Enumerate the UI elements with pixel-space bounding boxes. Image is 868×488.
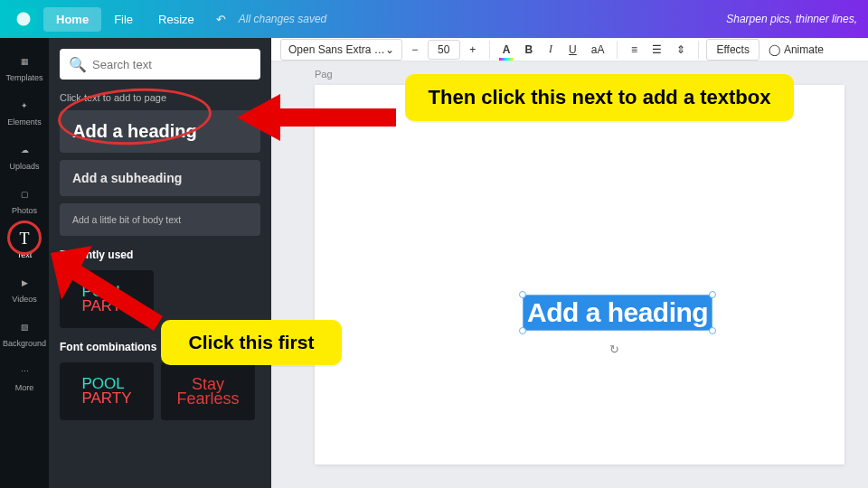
text-color-button[interactable]: A xyxy=(497,40,516,60)
background-icon: ▨ xyxy=(15,318,33,336)
annotation-callout: Click this first xyxy=(161,320,342,365)
search-input[interactable] xyxy=(92,58,251,71)
annotation-circle xyxy=(7,221,42,255)
save-status: All changes saved xyxy=(239,13,326,25)
font-combo-2[interactable]: StayFearless xyxy=(161,362,255,420)
resize-handle[interactable] xyxy=(519,327,526,334)
italic-button[interactable]: I xyxy=(542,39,560,60)
rotate-handle[interactable]: ↻ xyxy=(609,343,626,359)
animate-button[interactable]: ◯Animate xyxy=(763,40,829,60)
page-label: Pag xyxy=(315,69,333,80)
bold-button[interactable]: B xyxy=(519,40,538,60)
selected-textbox[interactable]: Add a heading ↻ xyxy=(523,295,712,331)
tab-resize[interactable]: Resize xyxy=(146,7,207,32)
app-logo[interactable] xyxy=(11,6,36,32)
rail-videos[interactable]: ▶Videos xyxy=(0,267,49,311)
add-subheading-button[interactable]: Add a subheading xyxy=(60,160,260,196)
font-size-plus[interactable]: + xyxy=(464,40,482,60)
annotation-arrow xyxy=(237,87,400,159)
case-button[interactable]: aA xyxy=(586,40,610,60)
photos-icon: ▢ xyxy=(15,185,33,203)
search-text-box[interactable]: 🔍 xyxy=(60,49,260,80)
font-combo-1[interactable]: POOLPARTY xyxy=(60,362,154,420)
svg-point-0 xyxy=(17,13,31,26)
animate-icon: ◯ xyxy=(769,43,780,56)
rail-more[interactable]: ⋯More xyxy=(0,355,49,399)
more-icon: ⋯ xyxy=(15,362,33,380)
underline-button[interactable]: U xyxy=(563,40,582,60)
undo-icon[interactable]: ↶ xyxy=(216,13,226,26)
rail-elements[interactable]: ✦Elements xyxy=(0,89,49,134)
videos-icon: ▶ xyxy=(15,274,33,292)
chevron-down-icon: ⌄ xyxy=(385,43,394,56)
font-picker[interactable]: Open Sans Extra …⌄ xyxy=(280,39,402,61)
top-right-text: Sharpen pics, thinner lines, xyxy=(726,13,857,25)
font-size-minus[interactable]: − xyxy=(406,40,424,60)
rail-templates[interactable]: ▦Templates xyxy=(0,45,49,89)
resize-handle[interactable] xyxy=(519,291,526,298)
list-button[interactable]: ☰ xyxy=(646,40,667,60)
annotation-arrow xyxy=(51,246,168,336)
elements-icon: ✦ xyxy=(15,97,33,115)
svg-marker-1 xyxy=(237,94,396,141)
tab-file[interactable]: File xyxy=(101,7,146,32)
tab-home[interactable]: Home xyxy=(43,7,101,32)
resize-handle[interactable] xyxy=(709,291,716,298)
templates-icon: ▦ xyxy=(15,52,33,70)
spacing-button[interactable]: ⇕ xyxy=(671,40,691,60)
font-size-value[interactable]: 50 xyxy=(428,40,460,60)
annotation-callout: Then click this next to add a textbox xyxy=(405,74,794,121)
add-body-button[interactable]: Add a little bit of body text xyxy=(60,203,260,236)
effects-button[interactable]: Effects xyxy=(706,39,759,61)
svg-marker-2 xyxy=(51,246,163,331)
rail-background[interactable]: ▨Background xyxy=(0,311,49,355)
align-button[interactable]: ≡ xyxy=(625,40,643,60)
resize-handle[interactable] xyxy=(709,327,716,334)
uploads-icon: ☁ xyxy=(15,141,33,159)
rail-uploads[interactable]: ☁Uploads xyxy=(0,134,49,178)
rail-photos[interactable]: ▢Photos xyxy=(0,178,49,222)
search-icon: 🔍 xyxy=(69,56,87,73)
